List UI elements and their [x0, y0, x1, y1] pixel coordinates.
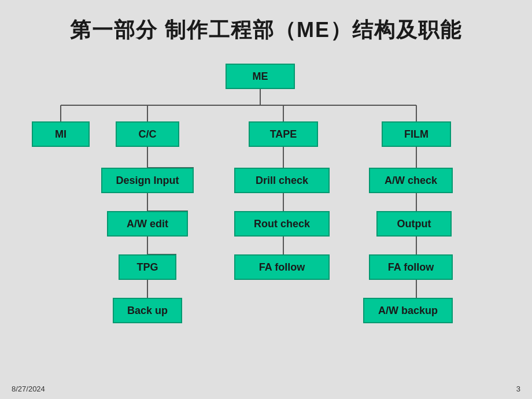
node-film: FILM [382, 121, 451, 147]
node-aw-check: A/W check [369, 168, 453, 193]
node-fa-follow2: FA follow [369, 254, 453, 280]
node-me: ME [226, 64, 295, 89]
footer-page: 3 [516, 385, 520, 393]
node-back-up: Back up [113, 298, 182, 323]
node-cc: C/C [116, 121, 179, 147]
footer-date: 8/27/2024 [12, 385, 45, 393]
page-title: 第一部分 制作工程部（ME）结构及职能 [0, 0, 532, 50]
node-output: Output [376, 211, 452, 237]
node-fa-follow1: FA follow [234, 254, 330, 280]
node-aw-backup: A/W backup [363, 298, 453, 323]
node-drill-check: Drill check [234, 168, 330, 193]
page: 第一部分 制作工程部（ME）结构及职能 [0, 0, 532, 399]
node-mi: MI [32, 121, 90, 147]
node-aw-edit: A/W edit [107, 211, 188, 237]
node-design-input: Design Input [101, 168, 194, 193]
node-tape: TAPE [249, 121, 318, 147]
org-chart: ME MI C/C TAPE FILM Design Input A/W edi… [0, 58, 532, 376]
node-rout-check: Rout check [234, 211, 330, 237]
node-tpg: TPG [119, 254, 176, 280]
